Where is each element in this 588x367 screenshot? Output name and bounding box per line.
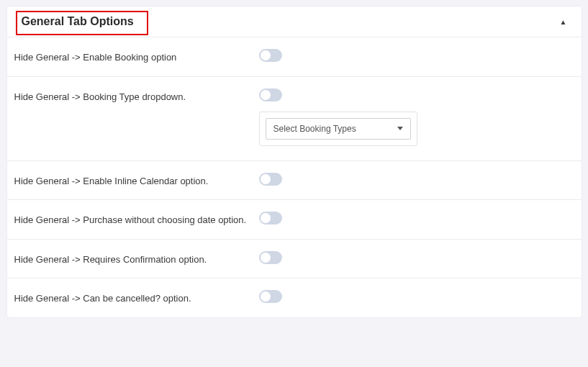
row-enable-booking: Hide General -> Enable Booking option — [7, 37, 582, 77]
row-label: Hide General -> Booking Type dropdown. — [14, 89, 259, 104]
row-inline-calendar: Hide General -> Enable Inline Calendar o… — [7, 161, 582, 201]
chevron-up-icon[interactable]: ▲ — [560, 18, 567, 26]
toggle-purchase-without-date[interactable] — [259, 212, 282, 225]
toggle-can-be-cancelled[interactable] — [259, 290, 282, 303]
select-wrap-booking-types: Select Booking Types — [259, 112, 417, 146]
caret-down-icon — [397, 127, 403, 130]
select-booking-types[interactable]: Select Booking Types — [266, 118, 411, 140]
row-label: Hide General -> Enable Inline Calendar o… — [14, 173, 259, 189]
settings-panel: General Tab Options ▲ Hide General -> En… — [6, 6, 582, 318]
row-control: Select Booking Types — [259, 89, 567, 146]
row-control — [259, 251, 567, 264]
row-control — [259, 49, 567, 62]
row-label: Hide General -> Can be cancelled? option… — [14, 290, 259, 306]
row-requires-confirmation: Hide General -> Requires Confirmation op… — [7, 240, 582, 279]
row-can-be-cancelled: Hide General -> Can be cancelled? option… — [7, 278, 582, 317]
row-label: Hide General -> Enable Booking option — [14, 49, 259, 65]
toggle-inline-calendar[interactable] — [259, 173, 282, 186]
row-purchase-without-date: Hide General -> Purchase without choosin… — [7, 200, 582, 240]
panel-title: General Tab Options — [22, 15, 134, 28]
toggle-booking-type[interactable] — [259, 89, 282, 101]
row-control — [259, 290, 567, 303]
toggle-enable-booking[interactable] — [259, 49, 282, 62]
toggle-requires-confirmation[interactable] — [259, 251, 282, 264]
row-control — [259, 212, 567, 225]
row-label: Hide General -> Requires Confirmation op… — [14, 251, 259, 267]
select-placeholder: Select Booking Types — [273, 124, 356, 134]
panel-header[interactable]: General Tab Options ▲ — [7, 6, 582, 37]
row-label: Hide General -> Purchase without choosin… — [14, 212, 259, 227]
row-control — [259, 173, 567, 186]
row-booking-type: Hide General -> Booking Type dropdown. S… — [7, 77, 582, 161]
